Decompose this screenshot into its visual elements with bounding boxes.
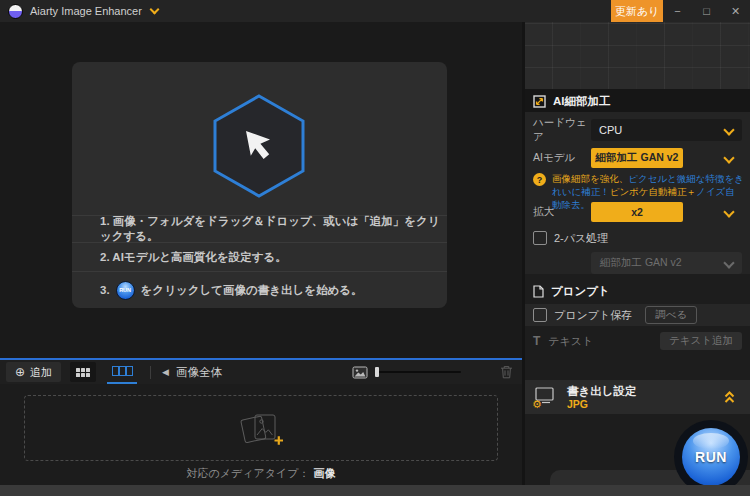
hardware-value: CPU	[599, 124, 622, 136]
section-prompt: プロンプト	[525, 280, 750, 302]
two-pass-row: 2-パス処理	[533, 228, 742, 248]
tab-whole-image[interactable]: ◀ 画像全体	[162, 365, 222, 380]
chevron-down-icon	[723, 124, 734, 135]
two-pass-model-select-disabled: 細部加工 GAN v2	[591, 252, 742, 274]
main-drop-zone[interactable]: 1. 画像・フォルダをドラッグ＆ドロップ、或いは「追加」をクリックする。 2. …	[72, 62, 447, 308]
thumbnail-image-icon	[352, 366, 368, 379]
delete-button[interactable]	[500, 365, 513, 379]
thumbnail-drop-zone[interactable]	[24, 395, 498, 461]
minimize-button[interactable]: −	[663, 0, 692, 22]
prompt-save-label: プロンプト保存	[554, 308, 632, 323]
hardware-row: ハードウェア CPU	[533, 118, 742, 142]
two-pass-checkbox[interactable]	[533, 231, 547, 245]
run-button[interactable]: RUN	[674, 420, 748, 494]
ai-model-select[interactable]: 細部加工 GAN v2	[591, 147, 742, 169]
media-type-line: 対応のメディアタイプ：画像	[0, 466, 522, 481]
thumbnail-size-slider[interactable]	[375, 371, 461, 373]
app-logo-icon	[8, 4, 23, 19]
back-arrow-icon: ◀	[162, 367, 169, 377]
add-files-button[interactable]: ⊕ 追加	[6, 362, 61, 382]
thumbnail-strip-area: 対応のメディアタイプ：画像	[0, 384, 522, 485]
maximize-button[interactable]: □	[692, 0, 721, 22]
media-type-value: 画像	[314, 467, 336, 479]
filmstrip-view-icon	[112, 362, 133, 380]
prompt-save-row: プロンプト保存 調べる	[525, 304, 750, 326]
add-plus-icon: ⊕	[15, 366, 25, 378]
ai-model-row: AIモデル 細部加工 GAN v2	[533, 146, 742, 170]
text-row: T テキスト テキスト追加	[525, 330, 750, 352]
model-desc-part3: ピンボケ自動補正＋	[610, 186, 696, 197]
preview-grid-area	[525, 22, 750, 90]
prompt-title: プロンプト	[551, 284, 610, 299]
export-settings-icon: ⚙	[533, 387, 557, 407]
collapse-double-chevron-icon[interactable]	[723, 390, 736, 404]
add-text-button[interactable]: テキスト追加	[660, 332, 742, 350]
two-pass-model-value: 細部加工 GAN v2	[600, 256, 682, 270]
mini-run-icon: RUN	[116, 281, 135, 300]
hardware-label: ハードウェア	[533, 116, 591, 144]
media-type-label: 対応のメディアタイプ：	[186, 467, 309, 479]
ai-model-label: AIモデル	[533, 151, 591, 165]
check-prompt-button[interactable]: 調べる	[645, 306, 697, 324]
add-image-stack-icon	[238, 410, 284, 447]
run-button-label: RUN	[682, 428, 740, 486]
export-settings-texts: 書き出し設定 JPG	[567, 385, 723, 410]
help-icon[interactable]: ?	[533, 173, 546, 186]
chevron-down-icon	[723, 257, 734, 268]
grid-view-button[interactable]	[70, 362, 96, 382]
filmstrip-view-button[interactable]	[107, 361, 137, 384]
expand-icon	[533, 95, 546, 108]
instruction-step-3: 3. RUN をクリックして画像の書き出しを始める。	[72, 271, 447, 308]
thumbnail-size-group	[352, 360, 461, 384]
upscale-label: 拡大	[533, 205, 591, 219]
upscale-select[interactable]: x2	[591, 201, 742, 223]
text-tool-icon: T	[533, 334, 540, 348]
slider-handle[interactable]	[375, 367, 379, 377]
add-button-label: 追加	[30, 365, 52, 380]
chevron-down-icon	[723, 152, 734, 163]
instruction-step-3-prefix: 3.	[100, 284, 110, 296]
instruction-step-2: 2. AIモデルと高画質化を設定する。	[72, 242, 447, 271]
toolbar-divider	[150, 366, 151, 379]
grid-view-icon	[76, 368, 90, 377]
prompt-save-checkbox[interactable]	[533, 308, 547, 322]
two-pass-label: 2-パス処理	[554, 231, 608, 246]
instruction-list: 1. 画像・フォルダをドラッグ＆ドロップ、或いは「追加」をクリックする。 2. …	[72, 215, 447, 308]
gear-icon: ⚙	[532, 399, 542, 410]
instruction-step-1: 1. 画像・フォルダをドラッグ＆ドロップ、或いは「追加」をクリックする。	[72, 215, 447, 242]
section-ai-detail: AI細部加工	[525, 90, 750, 112]
main-area: 1. 画像・フォルダをドラッグ＆ドロップ、或いは「追加」をクリックする。 2. …	[0, 22, 522, 358]
export-settings-card[interactable]: ⚙ 書き出し設定 JPG	[525, 380, 750, 414]
document-icon	[533, 285, 544, 298]
close-button[interactable]: ✕	[721, 0, 750, 22]
title-bar: Aiarty Image Enhancer 更新あり − □ ✕	[0, 0, 750, 22]
title-chevron-down-icon[interactable]	[149, 5, 159, 15]
export-settings-title: 書き出し設定	[567, 385, 723, 398]
export-format-value: JPG	[567, 398, 723, 410]
hardware-select[interactable]: CPU	[591, 119, 742, 141]
app-title: Aiarty Image Enhancer	[30, 5, 142, 17]
status-bar	[0, 485, 750, 496]
settings-panel: AI細部加工 ハードウェア CPU AIモデル 細部加工 GAN v2 ? 画像…	[522, 22, 750, 485]
chevron-down-icon	[723, 206, 734, 217]
bottom-toolbar: ⊕ 追加 ◀ 画像全体	[0, 358, 522, 384]
upscale-row: 拡大 x2	[533, 200, 742, 224]
ai-detail-title: AI細部加工	[553, 94, 611, 109]
text-label: テキスト	[548, 334, 652, 349]
instruction-step-3-suffix: をクリックして画像の書き出しを始める。	[141, 283, 363, 298]
model-desc-part1: 画像細部を強化、	[552, 173, 628, 184]
whole-image-tab-label: 画像全体	[176, 365, 222, 380]
update-available-button[interactable]: 更新あり	[611, 0, 663, 22]
app-window: Aiarty Image Enhancer 更新あり − □ ✕ 1. 画像・フ…	[0, 0, 750, 496]
upscale-value-badge: x2	[591, 202, 683, 222]
drop-hexagon-cursor-icon	[209, 90, 309, 202]
ai-model-value-badge: 細部加工 GAN v2	[591, 148, 683, 168]
